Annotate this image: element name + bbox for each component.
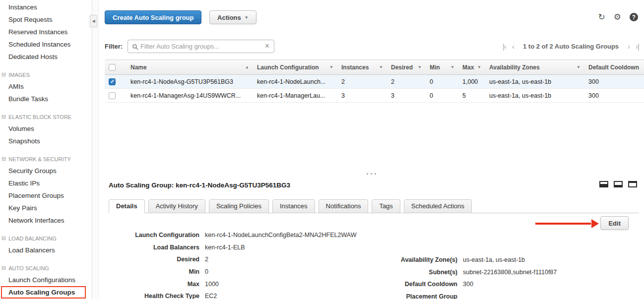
section-collapse-icon[interactable]: ⊟ [1,236,6,241]
create-auto-scaling-group-button[interactable]: Create Auto Scaling group [105,10,201,24]
sidebar-section-load-balancing: ⊟ LOAD BALANCING [0,233,92,244]
sidebar-item-launch-configurations[interactable]: Launch Configurations [0,274,92,286]
table-row[interactable]: ken-rc4-1-ManagerAsg-14US9WWCR... ken-rc… [105,89,644,103]
field-value: 300 [463,281,473,288]
clear-filter-icon[interactable]: × [265,42,269,50]
tab-scheduled-actions[interactable]: Scheduled Actions [404,199,472,213]
field-row: Min 0 [109,266,356,278]
sidebar-item-instances[interactable]: Instances [0,1,92,13]
details-fields-right: Availability Zone(s) us-east-1a, us-east… [347,254,557,299]
column-caret-icon: ▼ [329,65,333,69]
tab-tags[interactable]: Tags [372,199,400,213]
sidebar-item-scheduled-instances[interactable]: Scheduled Instances [0,38,92,51]
last-page-icon[interactable]: ›| [636,42,639,51]
column-header-launch-configuration[interactable]: Launch Configuration▼ [253,60,337,75]
sidebar: Instances Spot Requests Reserved Instanc… [0,0,92,299]
section-collapse-icon[interactable]: ⊟ [1,114,6,120]
row-checkbox[interactable] [109,92,116,99]
pane-bottom-icon[interactable] [614,181,623,187]
sidebar-item-network-interfaces[interactable]: Network Interfaces [0,214,92,227]
field-value: 0 [205,268,208,275]
sidebar-section-elastic-block-store: ⊟ ELASTIC BLOCK STORE [0,111,92,122]
section-collapse-icon[interactable]: ⊟ [1,72,6,77]
tab-instances[interactable]: Instances [272,199,315,213]
column-header-max[interactable]: Max▼ [458,60,485,75]
section-collapse-icon[interactable]: ⊟ [1,156,6,162]
field-row: Load Balancers ken-rc4-1-ELB [109,241,356,254]
ec2-console: Instances Spot Requests Reserved Instanc… [0,0,644,299]
sidebar-item-placement-groups[interactable]: Placement Groups [0,189,92,202]
row-checkbox[interactable] [109,78,116,85]
cell-availability-zones: us-east-1a, us-east-1b [485,89,584,103]
field-value: EC2 [205,293,217,299]
column-header-desired[interactable]: Desired▼ [387,60,426,75]
sidebar-item-spot-requests[interactable]: Spot Requests [0,13,92,26]
table-row[interactable]: ken-rc4-1-NodeAsg-G5TU3P561BG3 ken-rc4-1… [105,75,644,89]
tab-details[interactable]: Details [109,199,145,213]
column-header-availability-zones[interactable]: Availability Zones▼ [485,60,584,75]
column-caret-icon: ▼ [451,65,454,69]
splitter-grip-icon [367,173,376,175]
field-label: Load Balancers [109,244,199,251]
sidebar-item-amis[interactable]: AMIs [0,80,92,93]
top-right-icons: ↻ ⚙ ? [598,13,639,21]
tab-notifications[interactable]: Notifications [319,199,369,213]
select-all-header[interactable] [105,60,127,75]
sidebar-item-reserved-instances[interactable]: Reserved Instances [0,26,92,38]
sidebar-section-label: AUTO SCALING [8,265,49,271]
section-collapse-icon[interactable]: ⊟ [1,265,6,271]
sidebar-item-load-balancers[interactable]: Load Balancers [0,244,92,256]
next-page-icon[interactable]: › [628,42,630,51]
column-header-name[interactable]: Name▲ [127,60,253,75]
sidebar-item-security-groups[interactable]: Security Groups [0,165,92,177]
field-row: Desired 2 [109,253,356,266]
field-label: Desired [109,256,199,263]
sidebar-collapse-button[interactable]: ◀ [90,15,97,27]
sidebar-section-label: LOAD BALANCING [8,236,57,241]
actions-button-label: Actions [217,14,241,21]
sidebar-item-dedicated-hosts[interactable]: Dedicated Hosts [0,51,92,63]
prev-page-icon[interactable]: ‹ [512,42,514,51]
sidebar-item-elastic-ips[interactable]: Elastic IPs [0,177,92,189]
pagination-text: 1 to 2 of 2 Auto Scaling Groups [523,43,619,50]
column-caret-icon: ▼ [379,65,383,69]
field-label: Placement Group [347,293,457,299]
cell-max: 5 [458,89,485,103]
sidebar-resize-strip[interactable] [93,0,99,299]
sidebar-item-key-pairs[interactable]: Key Pairs [0,202,92,214]
sidebar-item-volumes[interactable]: Volumes [0,122,92,135]
field-value: subnet-22163808,subnet-f1110f87 [463,269,557,276]
field-value: 1000 [205,281,219,288]
column-header-default-cooldown[interactable]: Default Cooldown [584,60,644,75]
edit-button[interactable]: Edit [600,216,629,230]
toolbar: Create Auto Scaling group Actions ▼ ↻ ⚙ … [105,10,638,25]
panel-splitter[interactable] [99,171,644,177]
help-icon[interactable]: ? [630,13,638,21]
field-label: Max [109,281,199,288]
pane-full-icon[interactable] [628,181,637,187]
refresh-icon[interactable]: ↻ [598,13,605,21]
column-header-min[interactable]: Min▼ [426,60,458,75]
filter-input[interactable] [137,43,265,50]
main-panel: Create Auto Scaling group Actions ▼ ↻ ⚙ … [99,0,644,299]
tab-scaling-policies[interactable]: Scaling Policies [209,199,269,213]
first-page-icon[interactable]: |‹ [503,42,506,51]
field-row: Availability Zone(s) us-east-1a, us-east… [347,254,557,266]
pane-half-icon[interactable] [599,181,608,187]
select-all-checkbox[interactable] [109,64,116,71]
cell-availability-zones: us-east-1a, us-east-1b [485,75,584,89]
field-row: Placement Group [347,291,557,299]
filter-label: Filter: [105,43,123,50]
annotation-arrow [535,219,599,228]
actions-button[interactable]: Actions ▼ [209,10,257,24]
pagination: |‹ ‹ 1 to 2 of 2 Auto Scaling Groups › ›… [503,42,639,51]
sidebar-item-auto-scaling-groups[interactable]: Auto Scaling Groups [1,286,86,299]
sidebar-item-snapshots[interactable]: Snapshots [0,135,92,147]
field-value: ken-rc4-1-NodeLaunchConfigBeta2-MNA2HFEL… [205,232,356,239]
gear-icon[interactable]: ⚙ [614,13,621,21]
sidebar-item-bundle-tasks[interactable]: Bundle Tasks [0,93,92,105]
tab-activity-history[interactable]: Activity History [148,199,205,213]
column-header-instances[interactable]: Instances▼ [337,60,387,75]
field-row: Launch Configuration ken-rc4-1-NodeLaunc… [109,229,356,241]
pane-layout-icons [599,181,637,187]
